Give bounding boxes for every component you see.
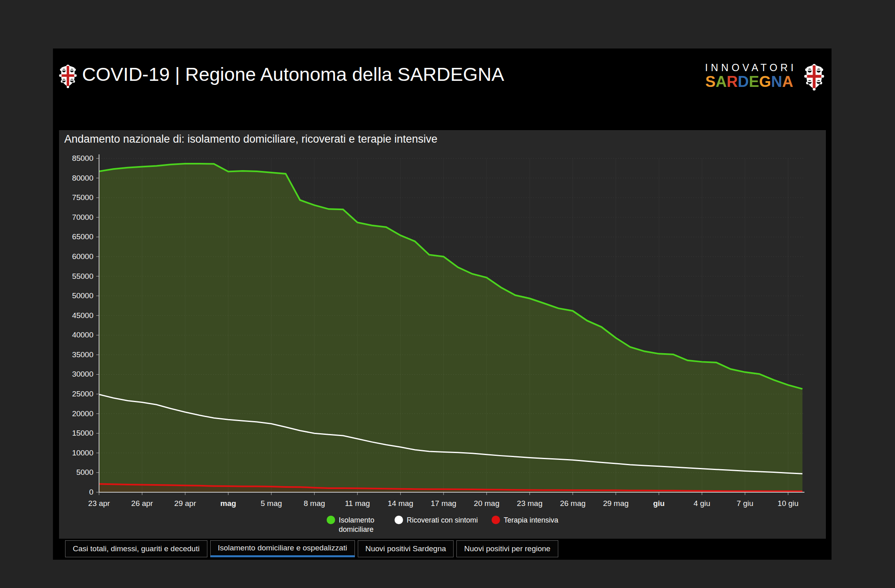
legend-label: Isolamento domiciliare bbox=[339, 516, 381, 534]
svg-text:75000: 75000 bbox=[72, 193, 93, 202]
header: COVID-19 | Regione Autonoma della SARDEG… bbox=[53, 48, 832, 130]
svg-text:30000: 30000 bbox=[72, 370, 93, 378]
svg-text:40000: 40000 bbox=[72, 331, 93, 339]
legend-label: Terapia intensiva bbox=[504, 516, 558, 525]
chart-panel: Andamento nazionale di: isolamento domic… bbox=[59, 130, 826, 539]
tab-isolamento-domiciliare-e-ospedalizzati[interactable]: Isolamento domiciliare e ospedalizzati bbox=[210, 540, 355, 557]
svg-text:29 apr: 29 apr bbox=[174, 499, 196, 508]
brand-innovatori: INNOVATORI bbox=[705, 62, 796, 74]
legend-label: Ricoverati con sintomi bbox=[407, 516, 478, 525]
svg-text:7 giu: 7 giu bbox=[737, 499, 753, 508]
svg-text:15000: 15000 bbox=[72, 429, 93, 437]
svg-text:50000: 50000 bbox=[72, 291, 93, 300]
sardinia-coat-of-arms-icon bbox=[59, 64, 77, 88]
tab-bar: Casi totali, dimessi, guariti e deceduti… bbox=[65, 540, 558, 557]
page-title: COVID-19 | Regione Autonoma della SARDEG… bbox=[82, 63, 504, 85]
svg-text:25000: 25000 bbox=[72, 390, 93, 398]
tab-nuovi-positivi-per-regione[interactable]: Nuovi positivi per regione bbox=[456, 540, 558, 557]
svg-text:5000: 5000 bbox=[76, 468, 93, 476]
app-window: COVID-19 | Regione Autonoma della SARDEG… bbox=[53, 48, 832, 560]
svg-text:10 giu: 10 giu bbox=[778, 499, 799, 508]
svg-text:4 giu: 4 giu bbox=[694, 499, 710, 508]
svg-text:26 apr: 26 apr bbox=[131, 499, 154, 508]
svg-text:26 mag: 26 mag bbox=[560, 499, 585, 508]
svg-text:23 apr: 23 apr bbox=[88, 499, 110, 508]
svg-text:55000: 55000 bbox=[72, 272, 93, 280]
svg-text:0: 0 bbox=[89, 488, 93, 496]
innovatori-sardegna-logo: INNOVATORI SARDEGNA bbox=[705, 62, 794, 89]
svg-text:14 mag: 14 mag bbox=[388, 499, 413, 508]
svg-text:11 mag: 11 mag bbox=[345, 499, 370, 508]
tab-nuovi-positivi-sardegna[interactable]: Nuovi positivi Sardegna bbox=[358, 540, 454, 557]
svg-text:20000: 20000 bbox=[72, 409, 93, 418]
svg-text:85000: 85000 bbox=[72, 154, 93, 162]
svg-text:60000: 60000 bbox=[72, 252, 93, 261]
sardinia-emblem-icon bbox=[803, 63, 825, 91]
chart-legend: Isolamento domiciliare Ricoverati con si… bbox=[59, 516, 826, 534]
svg-text:giu: giu bbox=[653, 499, 665, 508]
svg-text:29 mag: 29 mag bbox=[603, 499, 629, 508]
legend-swatch-red-icon bbox=[492, 516, 500, 524]
svg-text:45000: 45000 bbox=[72, 311, 93, 320]
svg-text:70000: 70000 bbox=[72, 213, 93, 221]
legend-swatch-green-icon bbox=[327, 516, 335, 524]
svg-text:20 mag: 20 mag bbox=[474, 499, 499, 508]
svg-text:17 mag: 17 mag bbox=[431, 499, 456, 508]
tab-casi-totali[interactable]: Casi totali, dimessi, guariti e deceduti bbox=[65, 540, 207, 557]
svg-text:80000: 80000 bbox=[72, 174, 93, 182]
svg-text:5 mag: 5 mag bbox=[261, 499, 282, 508]
brand-sardegna: SARDEGNA bbox=[705, 74, 794, 89]
svg-text:23 mag: 23 mag bbox=[517, 499, 542, 508]
legend-item-ricoverati-con-sintomi[interactable]: Ricoverati con sintomi bbox=[395, 516, 478, 525]
svg-text:10000: 10000 bbox=[72, 449, 93, 457]
legend-item-terapia-intensiva[interactable]: Terapia intensiva bbox=[492, 516, 558, 525]
svg-text:8 mag: 8 mag bbox=[304, 499, 325, 508]
svg-text:65000: 65000 bbox=[72, 232, 93, 241]
page-root: { "page": {"bg": "#242424", "app_bg": "#… bbox=[0, 0, 895, 588]
svg-text:35000: 35000 bbox=[72, 350, 93, 359]
trend-chart: 0500010000150002000025000300003500040000… bbox=[59, 130, 826, 539]
legend-swatch-white-icon bbox=[395, 516, 403, 524]
svg-text:mag: mag bbox=[220, 499, 236, 508]
legend-item-isolamento-domiciliare[interactable]: Isolamento domiciliare bbox=[327, 516, 381, 534]
